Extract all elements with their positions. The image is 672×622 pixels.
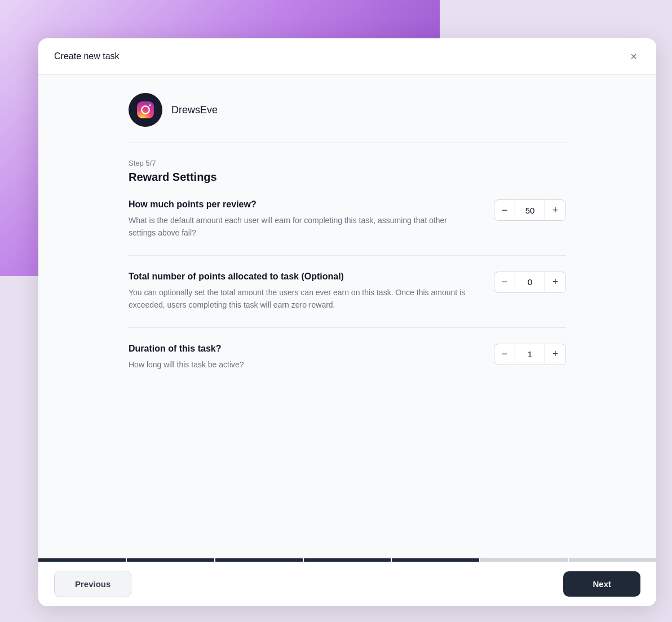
increment-total-points[interactable]: + — [545, 272, 566, 293]
modal-body: DrewsEve Step 5/7 Reward Settings How mu… — [38, 75, 656, 558]
stepper-total-points: − 0 + — [494, 272, 566, 293]
field-title-1: How much points per review? — [129, 199, 471, 210]
decrement-points-per-review[interactable]: − — [494, 199, 515, 221]
modal-dialog: Create new task × — [38, 38, 656, 606]
modal-title: Create new task — [54, 51, 120, 61]
stepper-points-per-review: − 50 + — [494, 199, 566, 221]
modal-header: Create new task × — [38, 38, 656, 75]
step-label: Step 5/7 — [129, 159, 566, 167]
avatar — [129, 93, 162, 127]
field-description-1: What is the default amount each user wil… — [129, 214, 471, 239]
profile-username: DrewsEve — [171, 104, 218, 116]
next-button[interactable]: Next — [563, 571, 640, 597]
field-row-total-points: Total number of points allocated to task… — [129, 272, 566, 328]
field-description-3: How long will this task be active? — [129, 358, 471, 371]
field-row-duration: Duration of this task? How long will thi… — [129, 344, 566, 386]
previous-button[interactable]: Previous — [54, 571, 131, 597]
field-content-3: Duration of this task? How long will thi… — [129, 344, 494, 371]
section-title: Reward Settings — [129, 171, 566, 184]
increment-points-per-review[interactable]: + — [545, 199, 566, 221]
value-points-per-review: 50 — [515, 199, 545, 221]
field-title-2: Total number of points allocated to task… — [129, 272, 471, 282]
close-button[interactable]: × — [627, 50, 640, 63]
field-content-1: How much points per review? What is the … — [129, 199, 494, 239]
value-duration: 1 — [515, 344, 545, 365]
value-total-points: 0 — [515, 272, 545, 293]
instagram-icon — [135, 100, 156, 120]
field-row-points-per-review: How much points per review? What is the … — [129, 199, 566, 256]
stepper-duration: − 1 + — [494, 344, 566, 365]
decrement-duration[interactable]: − — [494, 344, 515, 365]
decrement-total-points[interactable]: − — [494, 272, 515, 293]
progress-bar-section — [38, 558, 656, 562]
field-content-2: Total number of points allocated to task… — [129, 272, 494, 312]
profile-section: DrewsEve — [129, 93, 566, 143]
increment-duration[interactable]: + — [545, 344, 566, 365]
svg-point-2 — [149, 104, 151, 106]
field-description-2: You can optionally set the total amount … — [129, 286, 471, 312]
svg-rect-0 — [137, 101, 154, 118]
field-title-3: Duration of this task? — [129, 344, 471, 354]
modal-footer: Previous Next — [38, 562, 656, 606]
